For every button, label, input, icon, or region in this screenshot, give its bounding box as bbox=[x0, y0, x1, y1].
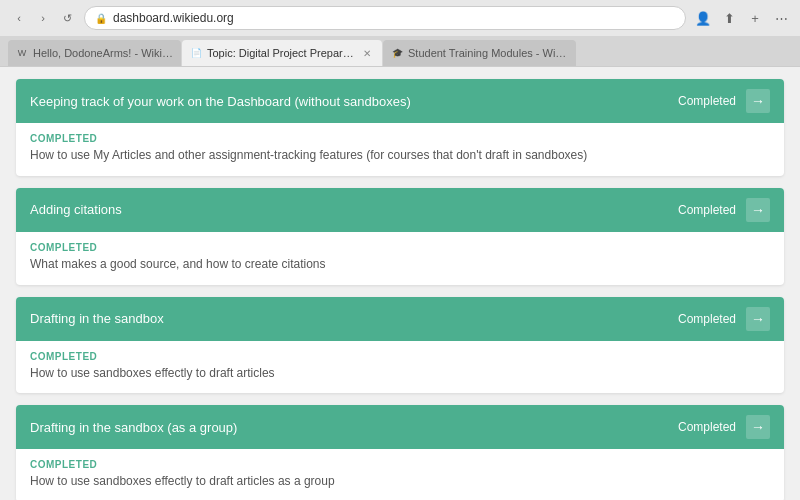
card-description: How to use sandboxes effectly to draft a… bbox=[30, 473, 770, 490]
browser-actions: 👤 ⬆ + ⋯ bbox=[692, 7, 792, 29]
completed-tag: COMPLETED bbox=[30, 133, 770, 144]
menu-button[interactable]: ⋯ bbox=[770, 7, 792, 29]
tab-favicon-dashboard: 🎓 bbox=[391, 47, 403, 59]
card-header-right: Completed → bbox=[678, 198, 770, 222]
card-header: Drafting in the sandbox (as a group) Com… bbox=[16, 405, 784, 449]
tab-dashboard[interactable]: 🎓 Student Training Modules - Wiki Educat… bbox=[383, 40, 576, 66]
card-body: COMPLETED What makes a good source, and … bbox=[16, 232, 784, 285]
forward-button[interactable]: › bbox=[32, 7, 54, 29]
training-card-card4: Drafting in the sandbox (as a group) Com… bbox=[16, 405, 784, 500]
tab-close-training[interactable]: ✕ bbox=[360, 46, 374, 60]
back-button[interactable]: ‹ bbox=[8, 7, 30, 29]
tab-wikipedia[interactable]: W Hello, DodoneArms! - Wikipedia bbox=[8, 40, 181, 66]
reload-button[interactable]: ↺ bbox=[56, 7, 78, 29]
card-arrow-button[interactable]: → bbox=[746, 307, 770, 331]
completed-status: Completed bbox=[678, 312, 736, 326]
training-card-card2: Adding citations Completed → COMPLETED W… bbox=[16, 188, 784, 285]
page-content: Keeping track of your work on the Dashbo… bbox=[0, 67, 800, 500]
tab-label-wikipedia: Hello, DodoneArms! - Wikipedia bbox=[33, 47, 173, 59]
tab-label-dashboard: Student Training Modules - Wiki Educatio… bbox=[408, 47, 568, 59]
card-description: How to use My Articles and other assignm… bbox=[30, 147, 770, 164]
completed-tag: COMPLETED bbox=[30, 242, 770, 253]
browser-chrome: ‹ › ↺ 🔒 dashboard.wikiedu.org 👤 ⬆ + ⋯ W … bbox=[0, 0, 800, 67]
completed-status: Completed bbox=[678, 420, 736, 434]
account-button[interactable]: 👤 bbox=[692, 7, 714, 29]
card-body: COMPLETED How to use sandboxes effectly … bbox=[16, 449, 784, 500]
add-tab-button[interactable]: + bbox=[744, 7, 766, 29]
card-title: Adding citations bbox=[30, 202, 122, 217]
share-button[interactable]: ⬆ bbox=[718, 7, 740, 29]
card-title: Drafting in the sandbox (as a group) bbox=[30, 420, 237, 435]
card-arrow-button[interactable]: → bbox=[746, 415, 770, 439]
card-header: Adding citations Completed → bbox=[16, 188, 784, 232]
card-description: How to use sandboxes effectly to draft a… bbox=[30, 365, 770, 382]
training-card-card1: Keeping track of your work on the Dashbo… bbox=[16, 79, 784, 176]
completed-tag: COMPLETED bbox=[30, 351, 770, 362]
card-body: COMPLETED How to use My Articles and oth… bbox=[16, 123, 784, 176]
card-body: COMPLETED How to use sandboxes effectly … bbox=[16, 341, 784, 394]
lock-icon: 🔒 bbox=[95, 13, 107, 24]
completed-status: Completed bbox=[678, 94, 736, 108]
card-title: Keeping track of your work on the Dashbo… bbox=[30, 94, 411, 109]
card-title: Drafting in the sandbox bbox=[30, 311, 164, 326]
tab-favicon-wikipedia: W bbox=[16, 47, 28, 59]
nav-buttons: ‹ › ↺ bbox=[8, 7, 78, 29]
address-bar[interactable]: 🔒 dashboard.wikiedu.org bbox=[84, 6, 686, 30]
training-card-card3: Drafting in the sandbox Completed → COMP… bbox=[16, 297, 784, 394]
card-header: Keeping track of your work on the Dashbo… bbox=[16, 79, 784, 123]
completed-status: Completed bbox=[678, 203, 736, 217]
completed-tag: COMPLETED bbox=[30, 459, 770, 470]
tab-favicon-training: 📄 bbox=[190, 47, 202, 59]
card-description: What makes a good source, and how to cre… bbox=[30, 256, 770, 273]
card-header: Drafting in the sandbox Completed → bbox=[16, 297, 784, 341]
card-header-right: Completed → bbox=[678, 89, 770, 113]
card-header-right: Completed → bbox=[678, 307, 770, 331]
tab-label-training: Topic: Digital Project Preparation Works… bbox=[207, 47, 355, 59]
card-arrow-button[interactable]: → bbox=[746, 89, 770, 113]
card-arrow-button[interactable]: → bbox=[746, 198, 770, 222]
url-text: dashboard.wikiedu.org bbox=[113, 11, 234, 25]
card-header-right: Completed → bbox=[678, 415, 770, 439]
tabs-bar: W Hello, DodoneArms! - Wikipedia 📄 Topic… bbox=[0, 36, 800, 66]
browser-toolbar: ‹ › ↺ 🔒 dashboard.wikiedu.org 👤 ⬆ + ⋯ bbox=[0, 0, 800, 36]
tab-training[interactable]: 📄 Topic: Digital Project Preparation Wor… bbox=[182, 40, 382, 66]
